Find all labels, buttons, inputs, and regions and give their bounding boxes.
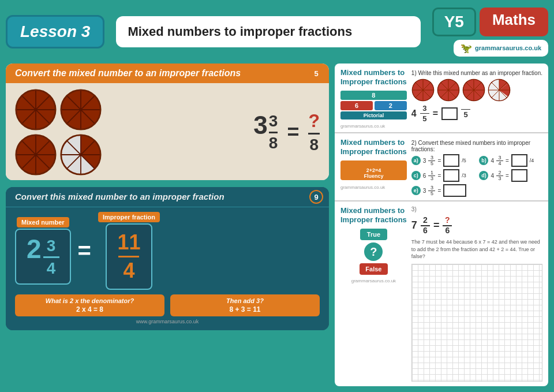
mixed-number-box: 2 3 4 — [15, 229, 71, 285]
header-right: Y5 Maths 🦖 grammarsaurus.co.uk — [432, 8, 548, 57]
ws-label-e: e) — [411, 186, 421, 195]
ws-item-b: b) 4 3 4 = /4 — [479, 154, 542, 167]
ws2-instruction: 2) Convert these mixed numbers into impr… — [411, 140, 542, 152]
answer-frac: ? 8 — [308, 110, 320, 154]
ws2-branding: grammarsaurus.co.uk — [340, 185, 407, 190]
hint1-answer: 2 x 4 = 8 — [20, 305, 160, 313]
pizza-full-2 — [60, 89, 102, 130]
slide2-number: 9 — [309, 190, 323, 204]
ws1-mixed-frac: 3 5 — [420, 104, 429, 123]
answer-line — [308, 133, 320, 135]
ws1-branding: grammarsaurus.co.uk — [340, 124, 407, 129]
maths-badge: Maths — [480, 8, 548, 36]
cb-row: 6 2 — [340, 101, 407, 110]
year-badge: Y5 — [432, 8, 476, 36]
improper-number-box: 11 4 — [106, 223, 152, 290]
ws3-branding: grammarsaurus.co.uk — [340, 278, 407, 283]
improper-frac: 11 4 — [117, 230, 140, 283]
false-button[interactable]: False — [360, 263, 387, 275]
ws-label-c: c) — [411, 171, 421, 180]
ws-label-d: d) — [479, 171, 488, 180]
ws-section3-left: Mixed numbers to Improper fractions True… — [340, 206, 407, 382]
ws-section1-row: Mixed numbers to Improper fractions 8 6 … — [340, 68, 542, 129]
ws1-answer-box — [441, 107, 458, 120]
right-panel: Mixed numbers to Improper fractions 8 6 … — [335, 64, 548, 386]
fraction-display: 3 3 8 = ? 8 — [253, 110, 320, 154]
cb-pictorial: Pictorial — [340, 111, 407, 120]
mixed-box-wrap: Mixed number 2 3 4 — [15, 217, 71, 285]
cb-6: 6 — [340, 101, 373, 110]
section3-qnum: 3) — [411, 206, 542, 212]
mixed-number: 3 3 8 — [253, 113, 278, 152]
ws-pizza1 — [411, 79, 435, 102]
slide1-number: 5 — [309, 66, 323, 80]
section3-title: Mixed numbers to Improper fractions — [340, 206, 407, 224]
ws-item-d: d) 4 2 3 = — [479, 169, 542, 182]
ws-item-e: e) 3 3 5 = — [411, 184, 542, 197]
ws-section3-right: 3) 7 2 6 = ? 6 The 7 must be 44 because … — [411, 206, 542, 382]
ws-pizza3 — [462, 79, 485, 102]
hint2-answer: 8 + 3 = 11 — [175, 305, 315, 313]
header: Lesson 3 Mixed numbers to improper fract… — [6, 6, 548, 58]
section1-title: Mixed numbers to Improper fractions — [340, 68, 407, 86]
slide2-branding: www.grammarsaurus.co.uk — [15, 319, 320, 324]
year-maths-row: Y5 Maths — [432, 8, 548, 36]
ws1-den: 5 — [461, 109, 470, 119]
ws-label-b: b) — [479, 156, 488, 165]
improper-box-wrap: Improper fraction 11 4 — [98, 212, 160, 290]
ws-section2-row: Mixed numbers to Improper fractions 2+2=… — [340, 138, 542, 197]
ws-color-blocks: 8 6 2 Pictorial — [340, 91, 407, 120]
mixed-label: Mixed number — [17, 217, 69, 227]
ws-section2: Mixed numbers to Improper fractions 2+2=… — [335, 133, 548, 201]
left-panel: Convert the mixed number to an improper … — [6, 64, 329, 386]
hint2: Then add 3? 8 + 3 = 11 — [170, 294, 320, 316]
equals: = — [287, 120, 299, 144]
slide1-content: 3 3 8 = ? 8 — [6, 83, 329, 180]
branding-badge: 🦖 grammarsaurus.co.uk — [454, 40, 548, 57]
slide2: Convert this mixed number to an improper… — [6, 187, 329, 330]
section3-equation: 7 2 6 = ? 6 — [411, 216, 542, 235]
pizza-group — [15, 89, 102, 176]
section2-title: Mixed numbers to Improper fractions — [340, 138, 407, 156]
ws-pizza2 — [437, 79, 460, 102]
pizza-full-3 — [15, 134, 57, 176]
ws-pizza-row — [411, 79, 542, 102]
imp-line — [118, 256, 139, 257]
header-title: Mixed numbers to improper fractions — [116, 16, 420, 47]
hint-row: What is 2 x the denominator? 2 x 4 = 8 T… — [15, 294, 320, 316]
true-false-area: True ? False — [340, 229, 407, 275]
frac-part: 3 8 — [269, 113, 278, 152]
hint2-question: Then add 3? — [175, 297, 315, 304]
slide1: Convert the mixed number to an improper … — [6, 64, 329, 180]
slide2-header: Convert this mixed number to an improper… — [6, 187, 329, 207]
pizza-partial — [60, 134, 102, 176]
true-button[interactable]: True — [360, 229, 387, 240]
ws-item-a: a) 3 3 5 = /5 — [411, 154, 475, 167]
ws-section1-right: 1) Write this mixed number as an imprope… — [411, 68, 542, 123]
cb-2: 2 — [375, 101, 407, 110]
ws-section1-left: Mixed numbers to Improper fractions 8 6 … — [340, 68, 407, 129]
conversion-box: Mixed number 2 3 4 = — [15, 212, 320, 290]
big-mixed: 2 3 4 — [27, 236, 59, 278]
slide2-content: Mixed number 2 3 4 = — [6, 207, 329, 330]
cb-num: 8 — [340, 91, 407, 100]
question-icon: ? — [364, 242, 383, 261]
frac-line — [269, 132, 278, 133]
ws-pizza-partial — [488, 79, 511, 102]
ws-section3: Mixed numbers to Improper fractions True… — [335, 201, 548, 386]
slide1-header: Convert the mixed number to an improper … — [6, 64, 329, 83]
hint1-question: What is 2 x the denominator? — [20, 297, 160, 304]
big-equals: = — [78, 238, 91, 264]
ws1-instruction: 1) Write this mixed number as an imprope… — [411, 70, 542, 76]
ws1-fraction-eq: 4 3 5 = 5 — [411, 104, 542, 123]
pizza-full-1 — [15, 89, 57, 130]
ws-item-c: c) 6 1 3 = /3 — [411, 169, 475, 182]
ws-label-a: a) — [411, 156, 421, 165]
ws-section2-left: Mixed numbers to Improper fractions 2+2=… — [340, 138, 407, 190]
section3-explanation: The 7 must be 44 because 6 x 7 = 42 and … — [411, 238, 542, 260]
lesson-badge: Lesson 3 — [6, 15, 104, 48]
hint1: What is 2 x the denominator? 2 x 4 = 8 — [15, 294, 164, 316]
answer-grid — [411, 264, 542, 382]
big-frac-line — [43, 256, 59, 258]
ws-grid: a) 3 3 5 = /5 b) 4 — [411, 154, 542, 197]
